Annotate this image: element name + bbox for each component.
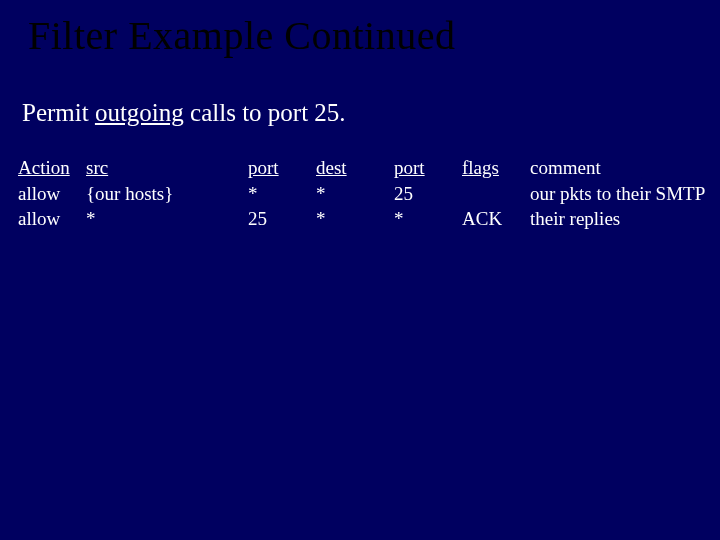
table-header-row: Actionsrcportdestportflagscomment [18, 155, 720, 181]
desc-suffix: calls to port 25. [184, 99, 346, 126]
cell-port2: 25 [394, 181, 462, 207]
col-header-src: src [86, 155, 248, 181]
slide-description: Permit outgoing calls to port 25. [0, 59, 720, 127]
cell-comment: their replies [530, 206, 620, 232]
slide: Filter Example Continued Permit outgoing… [0, 0, 720, 540]
table-row: allow{our hosts}**25 our pkts to their S… [18, 181, 720, 207]
cell-dest: * [316, 206, 394, 232]
desc-outgoing: outgoing [95, 99, 184, 126]
cell-action: allow [18, 206, 86, 232]
cell-src: {our hosts} [86, 181, 248, 207]
col-header-dest: dest [316, 155, 394, 181]
cell-port2: * [394, 206, 462, 232]
cell-dest: * [316, 181, 394, 207]
cell-comment: our pkts to their SMTP [530, 181, 705, 207]
col-header-action: Action [18, 155, 86, 181]
cell-action: allow [18, 181, 86, 207]
cell-port1: 25 [248, 206, 316, 232]
filter-table: Actionsrcportdestportflagscomment allow{… [0, 127, 720, 232]
table-row: allow*25**ACKtheir replies [18, 206, 720, 232]
col-header-flags: flags [462, 155, 530, 181]
col-header-port2: port [394, 155, 462, 181]
cell-port1: * [248, 181, 316, 207]
col-header-port1: port [248, 155, 316, 181]
desc-prefix: Permit [22, 99, 95, 126]
col-header-comment: comment [530, 155, 601, 181]
slide-title: Filter Example Continued [0, 8, 720, 59]
cell-flags: ACK [462, 206, 530, 232]
cell-src: * [86, 206, 248, 232]
